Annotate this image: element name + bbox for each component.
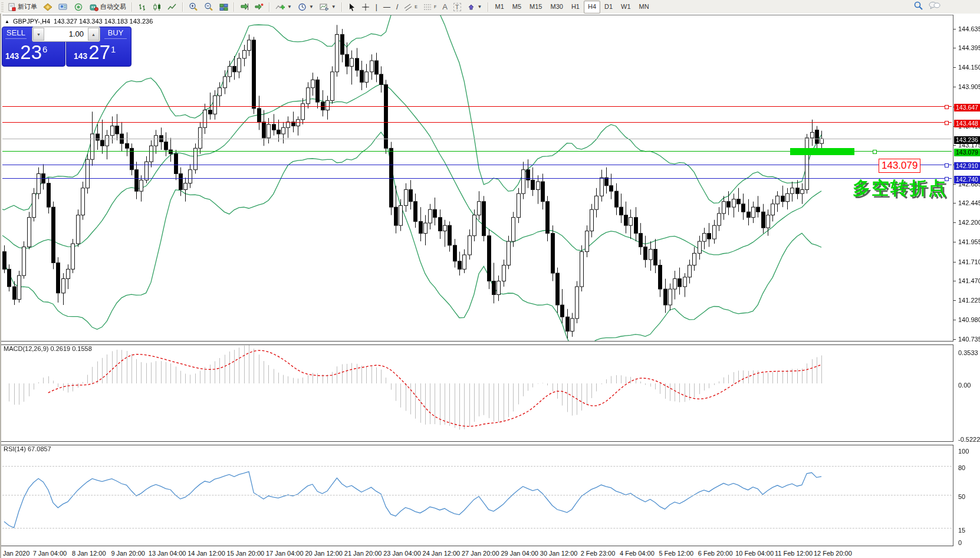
rsi-axis-label: 100 [958,448,969,455]
fibonacci-suffix-label: F [434,5,436,9]
chart-info-line: ▲ GBPJPY-,H4 143.327 143.343 143.183 143… [5,18,153,25]
metaeditor-button[interactable] [40,0,55,14]
price-chart-canvas[interactable] [1,14,980,558]
fibonacci-tool-button[interactable]: F [420,0,439,14]
vertical-line-tool-button[interactable]: | [373,0,380,14]
zoom-in-button[interactable] [186,0,201,14]
line-chart-button[interactable] [165,0,180,14]
time-axis-label: 14 Jan 12:00 [188,550,225,557]
candlestick-chart-button[interactable] [150,0,165,14]
time-axis-label: 15 Jan 20:00 [227,550,265,557]
channel-tool-button[interactable]: E [401,0,420,14]
annotation-text[interactable]: 多空转折点 [853,176,947,201]
timeframe-button-m1[interactable]: M1 [491,1,508,14]
search-icon[interactable] [914,1,923,10]
chart-frame-top [2,15,953,15]
indicators-button[interactable]: ▼ [272,0,295,14]
periods-button[interactable]: ▼ [295,0,317,14]
buy-price-base: 143 [74,52,87,60]
price-tick-label: 144.395 [958,44,980,51]
arrows-caret-icon: ▼ [478,4,482,9]
text-tool-button[interactable]: A [439,0,450,14]
templates-button[interactable]: ▼ [317,0,339,14]
timeframe-button-m15[interactable]: M15 [525,1,546,14]
price-tick [953,320,956,320]
price-axis[interactable]: 144.635144.395144.150143.905143.660143.4… [953,15,980,548]
horizontal-line-143.448[interactable] [2,122,952,123]
macd-name: MACD(12,26,9) [4,345,48,352]
line-handle[interactable] [945,163,949,168]
timeframe-button-h4[interactable]: H4 [584,1,600,14]
horizontal-line-142.910[interactable] [2,165,952,165]
buy-button[interactable]: BUY [101,27,130,41]
timeframe-button-w1[interactable]: W1 [617,1,635,14]
price-tick-label: 144.635 [958,25,980,32]
timeframe-group: M1M5M15M30H1H4D1W1MN [491,1,653,14]
autotrading-label: 自动交易 [100,2,126,11]
rsi-value: 67.0857 [28,445,51,452]
indicators-icon [275,3,285,11]
sell-button[interactable]: SELL [2,27,30,41]
macd-pane-splitter[interactable] [1,341,980,345]
horizontal-line-tool-button[interactable]: — [380,0,393,14]
horizontal-line-142.740[interactable] [2,178,952,179]
arrows-tool-button[interactable]: ▼ [464,0,485,14]
equidistant-channel-icon [404,3,413,11]
price-callout-label[interactable]: 143.079 [879,159,920,173]
volume-increase-button[interactable]: ▲ [88,28,99,41]
tile-windows-button[interactable] [216,0,231,14]
time-axis-label: 29 Jan 04:00 [501,550,538,557]
volume-decrease-button[interactable]: ▼ [33,28,44,41]
rsi-level-line-15 [2,528,952,529]
sell-price-pip: 6 [42,45,47,54]
toolbar-grip[interactable] [1,2,4,12]
templates-caret-icon: ▼ [331,4,336,9]
terminal-button[interactable] [55,0,71,14]
current-price-badge: 143.236 [954,136,980,144]
price-tick-label: 143.905 [958,83,980,90]
collapse-arrow-icon[interactable]: ▲ [5,19,9,24]
timeframe-button-mn[interactable]: MN [635,1,653,14]
crosshair-tool-button[interactable] [359,0,373,14]
tile-windows-icon [219,3,228,11]
volume-input[interactable]: 1.00 [45,27,87,41]
timeframe-button-d1[interactable]: D1 [600,1,617,14]
line-handle[interactable] [945,121,949,125]
cursor-tool-button[interactable] [345,0,359,14]
highlight-rectangle[interactable] [790,148,854,155]
autotrading-button[interactable]: 自动交易 [86,0,129,14]
price-tick [953,145,956,146]
new-order-button[interactable]: 新订单 [5,0,40,14]
periods-caret-icon: ▼ [309,4,314,9]
sell-button-label: SELL [2,28,30,37]
rsi-axis-label: 50 [958,493,965,500]
horizontal-line-143.647[interactable] [2,106,952,107]
sell-underline [5,38,27,39]
bar-chart-button[interactable] [135,0,150,14]
line-handle[interactable] [873,150,877,154]
autotrading-icon [89,3,98,11]
channel-suffix-label: E [415,5,417,9]
buy-price-big: 27 [88,42,110,62]
timeframe-button-m30[interactable]: M30 [546,1,567,14]
auto-scroll-button[interactable] [237,0,252,14]
price-tick [953,67,956,68]
price-tick [953,242,956,242]
text-label-tool-button[interactable]: T [450,0,464,14]
sell-price-big: 23 [20,42,42,62]
time-axis-label: 12 Feb 20:00 [814,550,852,557]
line-handle[interactable] [945,105,949,109]
timeframe-button-h1[interactable]: H1 [567,1,584,14]
time-axis[interactable]: Jan 20207 Jan 04:008 Jan 12:009 Jan 20:0… [1,548,980,558]
zoom-out-button[interactable] [201,0,216,14]
trendline-tool-button[interactable]: / [393,0,401,14]
community-chat-icon[interactable] [929,1,940,10]
timeframe-button-m5[interactable]: M5 [508,1,525,14]
rsi-pane-splitter[interactable] [1,441,980,445]
toolbar-separator [488,2,489,12]
alerts-button[interactable] [71,0,86,14]
time-axis-label: 4 Feb 04:00 [620,550,655,557]
chart-shift-button[interactable] [252,0,267,14]
time-axis-label: 23 Jan 04:00 [383,550,421,557]
time-axis-label: 5 Feb 12:00 [659,550,693,557]
